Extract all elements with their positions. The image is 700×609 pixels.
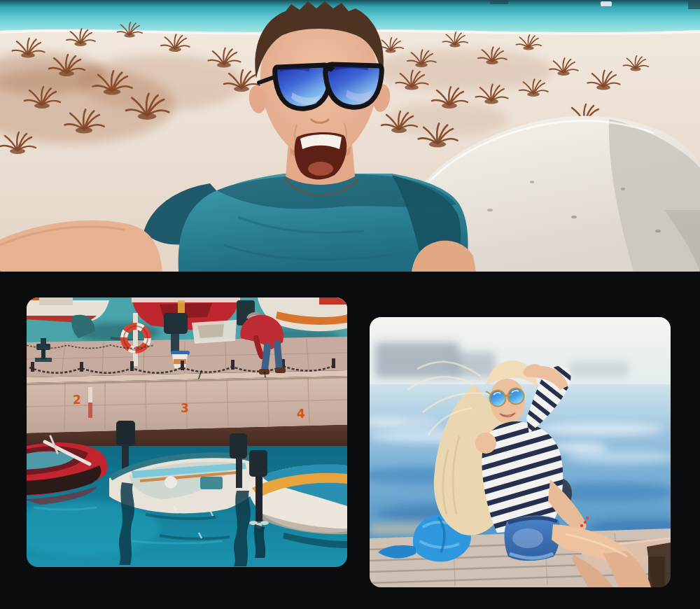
woman-dock-art <box>370 317 671 587</box>
outboard-on-deck <box>164 313 188 334</box>
berth-number: 2 <box>73 393 81 407</box>
berth-number: 4 <box>297 407 305 421</box>
photo-harbor-boats: 2 3 4 <box>27 298 347 567</box>
bare-shoulder <box>475 433 496 454</box>
pier-deck <box>27 337 347 383</box>
photo-collage: 2 3 4 <box>0 0 700 609</box>
beach-selfie-art <box>0 0 700 272</box>
harbor-art: 2 3 4 <box>27 298 347 567</box>
pier-stone-face: 2 3 4 <box>27 376 347 433</box>
blurred-buildings <box>375 342 459 377</box>
berth-number: 3 <box>181 401 189 415</box>
lifering-pole <box>133 313 138 366</box>
photo-beach-selfie <box>0 0 700 272</box>
photo-woman-dock <box>370 317 671 587</box>
